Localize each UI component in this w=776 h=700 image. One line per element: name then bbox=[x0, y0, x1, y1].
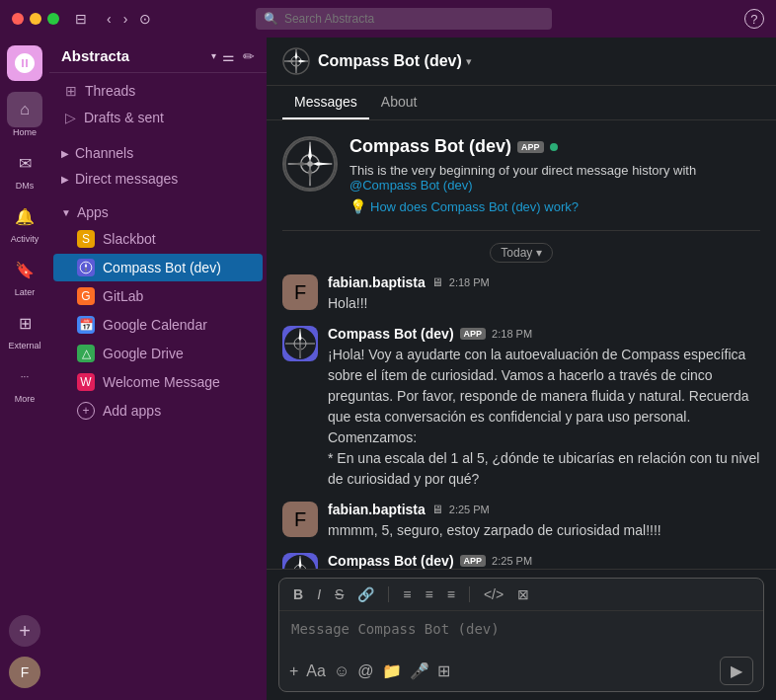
sidebar-item-external[interactable]: ⊞ External bbox=[7, 305, 42, 350]
google-drive-icon: △ bbox=[77, 345, 95, 362]
workspace-icon[interactable] bbox=[7, 45, 42, 81]
icon-sidebar: ⌂ Home ✉ DMs 🔔 Activity 🔖 Later ⊞ Extern… bbox=[0, 38, 49, 700]
msg-text: ¡Hola! Voy a ayudarte con la autoevaluac… bbox=[328, 345, 760, 490]
channel-name: Compass Bot (dev) bbox=[318, 52, 462, 70]
composer-input[interactable] bbox=[279, 611, 763, 651]
indent-button[interactable]: ≡ bbox=[443, 584, 459, 604]
add-apps-button[interactable]: + Add apps bbox=[53, 397, 263, 425]
audio-button[interactable]: 🎤 bbox=[410, 661, 429, 680]
sidebar-item-drafts[interactable]: ▷ Drafts & sent bbox=[53, 105, 263, 130]
add-apps-label: Add apps bbox=[103, 403, 161, 419]
intro-text: This is the very beginning of your direc… bbox=[349, 163, 760, 193]
app-item-google-drive[interactable]: △ Google Drive bbox=[53, 340, 263, 367]
compose-button[interactable]: ✏ bbox=[243, 48, 255, 64]
search-icon: 🔍 bbox=[264, 12, 278, 26]
app-item-compass-bot[interactable]: Compass Bot (dev) bbox=[53, 254, 263, 281]
msg-author: fabian.baptista bbox=[328, 274, 426, 290]
app-item-google-calendar[interactable]: 📅 Google Calendar bbox=[53, 311, 263, 339]
app-item-gitlab[interactable]: G GitLab bbox=[53, 282, 263, 310]
sidebar-item-dms[interactable]: ✉ DMs bbox=[7, 145, 42, 191]
nav-arrows: ‹ › ⊙ bbox=[103, 9, 155, 29]
channels-header[interactable]: ▶ Channels bbox=[49, 139, 267, 165]
search-input[interactable] bbox=[284, 12, 544, 26]
message-input[interactable] bbox=[291, 621, 751, 637]
gitlab-label: GitLab bbox=[103, 288, 143, 304]
sidebar-item-threads[interactable]: ⊞ Threads bbox=[53, 78, 263, 104]
how-works-link[interactable]: 💡 How does Compass Bot (dev) work? bbox=[349, 198, 760, 214]
online-status-dot bbox=[550, 143, 558, 151]
format-button[interactable]: Aa bbox=[306, 662, 326, 680]
more-icon: ··· bbox=[7, 358, 42, 394]
msg-header: Compass Bot (dev) APP 2:25 PM bbox=[328, 553, 760, 569]
workspace-chevron-icon: ▾ bbox=[211, 50, 216, 61]
history-button[interactable]: ⊙ bbox=[135, 9, 155, 29]
bot-avatar-large bbox=[282, 136, 338, 192]
italic-button[interactable]: I bbox=[313, 584, 325, 604]
threads-label: Threads bbox=[85, 83, 135, 99]
bot-intro-name-row: Compass Bot (dev) APP bbox=[349, 136, 760, 157]
strikethrough-button[interactable]: S bbox=[331, 584, 348, 604]
dms-header[interactable]: ▶ Direct messages bbox=[49, 165, 267, 191]
send-button[interactable]: ▶ bbox=[720, 657, 753, 685]
emoji-button[interactable]: ☺ bbox=[334, 662, 349, 680]
maximize-button[interactable] bbox=[47, 13, 59, 25]
svg-point-15 bbox=[307, 161, 313, 167]
sidebar-item-more[interactable]: ··· More bbox=[7, 358, 42, 404]
sidebar-item-later[interactable]: 🔖 Later bbox=[7, 252, 42, 297]
messages-area[interactable]: Compass Bot (dev) APP This is the very b… bbox=[267, 120, 776, 569]
block-button[interactable]: ⊠ bbox=[513, 584, 533, 604]
bot-name-large: Compass Bot (dev) bbox=[349, 136, 511, 157]
shortcuts-button[interactable]: ⊞ bbox=[437, 661, 450, 680]
link-button[interactable]: 🔗 bbox=[353, 584, 378, 604]
back-button[interactable]: ‹ bbox=[103, 9, 116, 29]
date-pill[interactable]: Today ▾ bbox=[490, 243, 552, 263]
activity-icon: 🔔 bbox=[7, 198, 42, 234]
mention-button[interactable]: @ bbox=[357, 662, 373, 680]
sidebar-item-activity[interactable]: 🔔 Activity bbox=[7, 198, 42, 244]
bold-button[interactable]: B bbox=[289, 584, 307, 604]
close-button[interactable] bbox=[12, 13, 24, 25]
avatar bbox=[282, 326, 318, 361]
slackbot-icon: S bbox=[77, 230, 95, 248]
add-workspace-button[interactable]: + bbox=[9, 615, 40, 647]
forward-button[interactable]: › bbox=[119, 9, 132, 29]
attach-button[interactable]: 📁 bbox=[382, 661, 402, 680]
add-button[interactable]: + bbox=[289, 662, 298, 680]
bot-app-badge: APP bbox=[517, 141, 544, 153]
minimize-button[interactable] bbox=[30, 13, 41, 25]
sidebar-item-home[interactable]: ⌂ Home bbox=[7, 92, 42, 137]
numbered-list-button[interactable]: ≡ bbox=[422, 584, 437, 604]
composer-bottom: + Aa ☺ @ 📁 🎤 ⊞ ▶ bbox=[279, 651, 763, 691]
composer-box: B I S 🔗 ≡ ≡ ≡ </> ⊠ + Aa bbox=[278, 578, 764, 692]
gitlab-icon: G bbox=[77, 287, 95, 305]
app-body: ⌂ Home ✉ DMs 🔔 Activity 🔖 Later ⊞ Extern… bbox=[0, 38, 776, 700]
app-badge: APP bbox=[460, 328, 487, 340]
code-button[interactable]: </> bbox=[480, 584, 507, 604]
intro-link[interactable]: @Compass Bot (dev) bbox=[349, 178, 472, 193]
tab-about[interactable]: About bbox=[369, 86, 429, 119]
filter-button[interactable]: ⚌ bbox=[222, 48, 235, 64]
apps-header[interactable]: ▼ Apps bbox=[49, 198, 267, 224]
compass-bot-icon bbox=[77, 259, 95, 276]
app-item-slackbot[interactable]: S Slackbot bbox=[53, 225, 263, 253]
titlebar: ⊟ ‹ › ⊙ 🔍 ? bbox=[0, 0, 776, 38]
msg-text: mmmm, 5, seguro, estoy zarpado de curios… bbox=[328, 520, 760, 541]
slackbot-label: Slackbot bbox=[103, 231, 156, 247]
avatar: F bbox=[282, 274, 318, 310]
user-avatar[interactable]: F bbox=[9, 657, 40, 688]
app-item-welcome-message[interactable]: W Welcome Message bbox=[53, 368, 263, 396]
threads-icon: ⊞ bbox=[65, 83, 77, 99]
bullet-list-button[interactable]: ≡ bbox=[399, 584, 415, 604]
channel-chevron-icon: ▾ bbox=[466, 55, 472, 68]
channel-avatar bbox=[282, 47, 310, 75]
help-button[interactable]: ? bbox=[744, 9, 764, 29]
tab-messages[interactable]: Messages bbox=[282, 86, 369, 119]
computer-icon: 🖥 bbox=[431, 503, 443, 516]
search-bar[interactable]: 🔍 bbox=[256, 8, 552, 30]
drafts-icon: ▷ bbox=[65, 110, 76, 125]
svg-marker-1 bbox=[85, 263, 87, 268]
sidebar-toggle-icon[interactable]: ⊟ bbox=[75, 11, 87, 27]
later-label: Later bbox=[15, 287, 36, 297]
composer-area: B I S 🔗 ≡ ≡ ≡ </> ⊠ + Aa bbox=[267, 569, 776, 700]
msg-text: Hola!!! bbox=[328, 293, 760, 314]
